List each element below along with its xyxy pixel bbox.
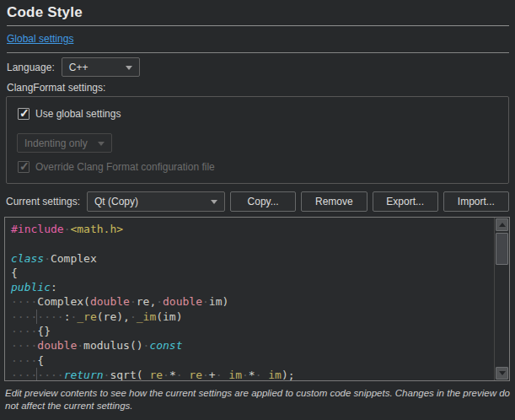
scroll-down-button[interactable] — [496, 367, 508, 380]
override-clangformat-label: Override Clang Format configuration file — [35, 161, 215, 173]
code-line — [11, 236, 509, 250]
copy-button[interactable]: Copy... — [230, 191, 296, 212]
code-line: ····{} — [11, 324, 509, 338]
use-global-settings-label: Use global settings — [35, 108, 121, 120]
code-line: ········return·sqrt(_re·*·_re·+·_im·*·_i… — [11, 368, 509, 381]
code-line: #include·<math.h> — [11, 222, 509, 236]
footer-note: Edit preview contents to see how the cur… — [5, 387, 512, 412]
scrollbar-thumb[interactable] — [496, 233, 508, 265]
current-settings-combo[interactable]: Qt (Copy) — [87, 191, 225, 212]
link-separator — [7, 52, 509, 53]
indenting-mode-value: Indenting only — [24, 137, 88, 149]
language-row: Language: C++ — [7, 57, 140, 77]
clangformat-settings-label: ClangFormat settings: — [7, 82, 105, 94]
scroll-up-button[interactable] — [496, 218, 508, 231]
current-settings-combo-value: Qt (Copy) — [94, 196, 138, 207]
title-separator — [7, 25, 509, 26]
code-line: class·Complex — [11, 251, 509, 266]
code-line: ········:·_re(re),·_im(im) — [11, 310, 509, 324]
use-global-settings-checkbox[interactable]: Use global settings — [18, 108, 121, 120]
indenting-mode-combo: Indenting only — [17, 133, 112, 153]
code-content[interactable]: #include·<math.h> class·Complex{public:·… — [5, 218, 509, 381]
current-settings-label: Current settings: — [6, 196, 87, 207]
code-line: ····Complex(double·re,·double·im) — [11, 294, 509, 309]
code-preview-editor[interactable]: #include·<math.h> class·Complex{public:·… — [4, 217, 510, 381]
code-line: public: — [11, 280, 509, 294]
language-label: Language: — [7, 62, 55, 73]
chevron-down-icon — [211, 200, 217, 204]
page-title: Code Style — [7, 4, 83, 21]
import-button[interactable]: Import... — [443, 191, 509, 212]
checkbox-check-icon — [18, 108, 30, 120]
language-combo[interactable]: C++ — [62, 57, 140, 77]
code-line: { — [11, 266, 509, 280]
export-button[interactable]: Export... — [373, 191, 438, 212]
clangformat-groupbox: Use global settings Indenting only Overr… — [6, 96, 509, 184]
settings-buttons: Copy... Remove Export... Import... — [230, 191, 509, 212]
global-settings-link[interactable]: Global settings — [7, 33, 73, 45]
chevron-down-icon — [98, 142, 105, 146]
code-line: ····double·modulus()·const — [11, 338, 509, 353]
checkbox-check-icon — [18, 161, 30, 173]
language-combo-value: C++ — [69, 62, 89, 73]
current-settings-row: Current settings: Qt (Copy) Copy... Remo… — [6, 191, 509, 212]
vertical-scrollbar[interactable] — [494, 218, 509, 380]
remove-button[interactable]: Remove — [301, 191, 367, 212]
down-arrow-icon — [499, 371, 506, 375]
chevron-down-icon — [126, 66, 132, 70]
override-clangformat-checkbox: Override Clang Format configuration file — [18, 161, 215, 173]
code-line: ····{ — [11, 353, 509, 368]
up-arrow-icon — [499, 223, 506, 227]
